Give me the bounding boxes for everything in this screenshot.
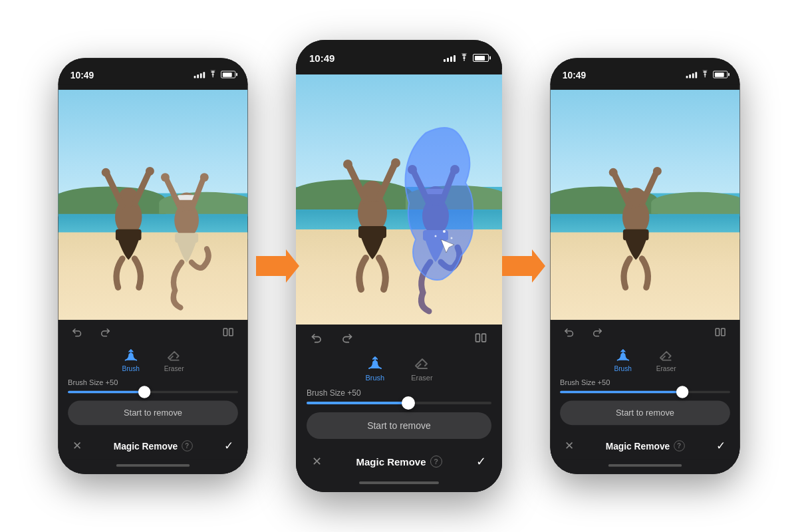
- bottom-bar-left: ✕ Magic Remove ? ✓: [58, 430, 247, 460]
- brush-tool-right[interactable]: Brush: [614, 346, 631, 372]
- redo-button-right[interactable]: [589, 325, 604, 339]
- svg-rect-48: [722, 329, 725, 336]
- compare-button-left[interactable]: [221, 325, 235, 339]
- title-center: Magic Remove ?: [356, 456, 442, 467]
- help-button-center[interactable]: ?: [430, 456, 442, 467]
- svg-rect-37: [476, 334, 480, 342]
- slider-left[interactable]: [58, 388, 247, 398]
- phone-left-wrapper: 10:49: [50, 40, 256, 492]
- undo-button-center[interactable]: [309, 330, 325, 346]
- status-bar-center: 10:49: [296, 40, 502, 69]
- brush-size-label-center: Brush Size +50: [307, 388, 361, 398]
- svg-line-42: [614, 174, 630, 206]
- confirm-button-left[interactable]: ✓: [224, 439, 233, 452]
- arrow-1: [249, 246, 303, 286]
- icon-row-right: [550, 325, 739, 344]
- svg-rect-38: [482, 334, 486, 342]
- phone-left: 10:49: [58, 58, 247, 474]
- svg-point-22: [343, 160, 352, 169]
- confirm-button-right[interactable]: ✓: [716, 439, 726, 452]
- time-right: 10:49: [563, 69, 586, 80]
- status-icons-right: [686, 70, 728, 79]
- title-text-center: Magic Remove: [356, 456, 426, 467]
- svg-line-2: [107, 174, 122, 206]
- battery-icon-left: [221, 71, 235, 78]
- svg-point-4: [102, 168, 110, 177]
- remove-btn-text-center: Start to remove: [367, 420, 431, 431]
- slider-right[interactable]: [550, 388, 739, 398]
- eraser-icon-left: [166, 346, 183, 364]
- battery-icon-center: [473, 54, 489, 62]
- svg-rect-6: [116, 229, 142, 241]
- title-right: Magic Remove ?: [606, 440, 685, 452]
- eraser-label-right: Eraser: [656, 365, 676, 372]
- arrow-2: [495, 246, 549, 286]
- cancel-button-right[interactable]: ✕: [565, 439, 574, 452]
- svg-point-33: [443, 230, 446, 233]
- svg-line-21: [379, 165, 394, 198]
- svg-marker-39: [502, 249, 545, 283]
- help-button-right[interactable]: ?: [674, 440, 685, 452]
- remove-button-right[interactable]: Start to remove: [560, 400, 730, 425]
- time-left: 10:49: [70, 69, 94, 80]
- brush-size-row-center: Brush Size +50: [296, 387, 502, 399]
- remove-button-center[interactable]: Start to remove: [307, 412, 491, 439]
- svg-point-45: [653, 167, 662, 176]
- signal-icon-center: [444, 54, 456, 62]
- slider-center[interactable]: [296, 399, 502, 410]
- wifi-icon-center: [459, 53, 469, 63]
- svg-marker-17: [256, 249, 299, 283]
- wifi-icon-right: [700, 70, 710, 79]
- eraser-tool-left[interactable]: Eraser: [164, 346, 184, 372]
- home-indicator-left: [58, 460, 247, 474]
- brush-icon-center: [366, 354, 384, 372]
- svg-rect-16: [229, 329, 233, 336]
- title-text-left: Magic Remove: [114, 441, 178, 452]
- brush-label-right: Brush: [614, 365, 631, 372]
- eraser-icon-right: [658, 346, 675, 364]
- compare-button-right[interactable]: [713, 325, 728, 339]
- help-button-left[interactable]: ?: [182, 440, 193, 452]
- svg-rect-14: [175, 233, 198, 243]
- control-panel-center: Brush Eraser Brush Size +50: [296, 325, 502, 492]
- cancel-button-left[interactable]: ✕: [72, 439, 82, 452]
- icon-row-left: [58, 325, 247, 344]
- redo-button-left[interactable]: [97, 325, 112, 339]
- brush-tool-center[interactable]: Brush: [365, 354, 384, 382]
- eraser-label-center: Eraser: [411, 374, 432, 382]
- undo-button-right[interactable]: [563, 325, 577, 339]
- confirm-button-center[interactable]: ✓: [476, 454, 486, 469]
- remove-btn-text-left: Start to remove: [124, 408, 182, 418]
- compare-button-center[interactable]: [473, 330, 489, 346]
- svg-line-20: [349, 166, 366, 201]
- battery-icon-right: [713, 71, 728, 78]
- brush-icon-right: [614, 346, 632, 364]
- brush-tool-left[interactable]: Brush: [122, 346, 139, 372]
- eraser-tool-right[interactable]: Eraser: [656, 346, 676, 372]
- bottom-bar-center: ✕ Magic Remove ? ✓: [296, 444, 502, 476]
- remove-button-left[interactable]: Start to remove: [68, 400, 238, 425]
- eraser-icon-center: [412, 354, 431, 372]
- title-text-right: Magic Remove: [606, 441, 670, 452]
- phone-right-wrapper: 10:49: [542, 40, 748, 492]
- redo-button-center[interactable]: [338, 330, 354, 346]
- status-icons-left: [194, 70, 236, 79]
- signal-icon-left: [194, 71, 205, 78]
- svg-point-23: [391, 158, 400, 168]
- control-panel-left: Brush Eraser Brush Size +5: [58, 320, 247, 474]
- scene: 10:49: [0, 0, 798, 532]
- wifi-icon-left: [208, 70, 218, 79]
- svg-line-43: [642, 173, 656, 203]
- phone-center-wrapper: 10:49: [296, 40, 502, 492]
- status-icons-center: [444, 53, 489, 63]
- undo-button-left[interactable]: [70, 325, 85, 339]
- tool-row-center: Brush Eraser: [296, 351, 502, 387]
- time-center: 10:49: [309, 53, 334, 64]
- svg-point-44: [609, 168, 618, 177]
- photo-area-left: [58, 90, 247, 320]
- title-left: Magic Remove ?: [114, 440, 193, 452]
- eraser-tool-center[interactable]: Eraser: [411, 354, 432, 382]
- cancel-button-center[interactable]: ✕: [312, 454, 322, 469]
- svg-rect-47: [716, 329, 719, 336]
- icon-row-center: [296, 330, 502, 351]
